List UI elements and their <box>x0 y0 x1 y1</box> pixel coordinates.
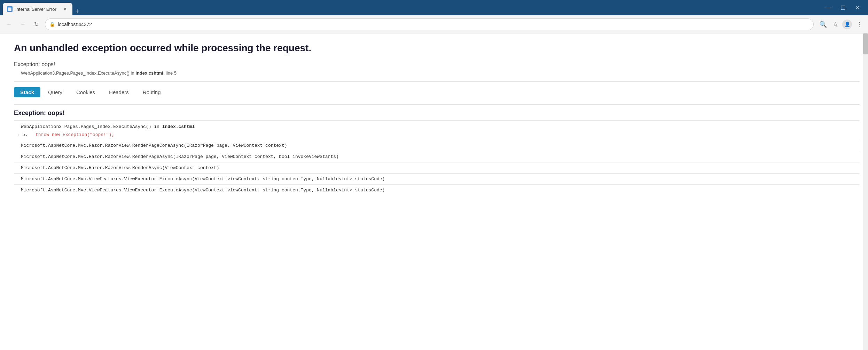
tab-title: Internal Server Error <box>15 7 59 12</box>
expand-button-0[interactable]: + <box>14 131 22 138</box>
stack-method-0: WebApplication3.Pages.Pages_Index.Execut… <box>14 121 860 130</box>
scrollbar-thumb[interactable] <box>863 33 868 54</box>
stack-filename-0: Index.cshtml <box>162 124 195 129</box>
address-input[interactable]: 🔒 localhost:44372 <box>45 18 814 30</box>
line-number-0: 5. <box>22 132 33 137</box>
menu-icon[interactable]: ⋮ <box>855 19 864 30</box>
stack-entry-0: WebApplication3.Pages.Pages_Index.Execut… <box>14 120 860 140</box>
tab-headers[interactable]: Headers <box>103 87 135 97</box>
code-text-0: throw new Exception("oops!"); <box>36 132 114 137</box>
window-controls: — ☐ ✕ <box>822 4 865 12</box>
stack-trace-text: WebApplication3.Pages.Pages_Index.Execut… <box>21 70 135 76</box>
tab-cookies[interactable]: Cookies <box>70 87 101 97</box>
back-button[interactable]: ← <box>4 20 14 29</box>
maximize-button[interactable]: ☐ <box>838 4 848 12</box>
tab-navigation: Stack Query Cookies Headers Routing <box>14 87 860 97</box>
exception-label: Exception: oops! <box>14 61 860 68</box>
address-text: localhost:44372 <box>58 22 809 27</box>
tab-query[interactable]: Query <box>42 87 69 97</box>
stack-entry-1: Microsoft.AspNetCore.Mvc.Razor.RazorView… <box>14 140 860 151</box>
minimize-button[interactable]: — <box>822 4 834 12</box>
main-heading: An unhandled exception occurred while pr… <box>14 42 860 54</box>
stack-entry-4: Microsoft.AspNetCore.Mvc.ViewFeatures.Vi… <box>14 173 860 184</box>
stack-entry-2: Microsoft.AspNetCore.Mvc.Razor.RazorView… <box>14 151 860 162</box>
new-tab-button[interactable]: + <box>72 7 82 15</box>
zoom-icon[interactable]: 🔍 <box>818 19 828 30</box>
forward-button[interactable]: → <box>18 20 28 29</box>
stack-entry-5: Microsoft.AspNetCore.Mvc.ViewFeatures.Vi… <box>14 184 860 196</box>
address-bar: ← → ↻ 🔒 localhost:44372 🔍 ☆ 👤 ⋮ <box>0 15 868 33</box>
bookmark-icon[interactable]: ☆ <box>831 19 839 30</box>
close-button[interactable]: ✕ <box>852 4 862 12</box>
title-bar: 📄 Internal Server Error ✕ + — ☐ ✕ <box>0 0 868 15</box>
tab-routing[interactable]: Routing <box>136 87 167 97</box>
toolbar-icons: 🔍 ☆ 👤 ⋮ <box>818 19 864 30</box>
tab-favicon: 📄 <box>7 6 13 12</box>
scrollbar-track[interactable] <box>863 33 868 350</box>
code-line-0: 5. throw new Exception("oops!"); <box>22 131 114 138</box>
divider-1 <box>14 81 860 82</box>
profile-icon[interactable]: 👤 <box>842 20 852 29</box>
stack-method-text-0: WebApplication3.Pages.Pages_Index.Execut… <box>21 124 162 129</box>
exception-section: Exception: oops! WebApplication3.Pages.P… <box>14 104 860 196</box>
stack-entry-3: Microsoft.AspNetCore.Mvc.Razor.RazorView… <box>14 162 860 173</box>
tab-close-button[interactable]: ✕ <box>62 6 68 12</box>
lock-icon: 🔒 <box>49 22 55 27</box>
tab-stack[interactable]: Stack <box>14 87 40 97</box>
refresh-button[interactable]: ↻ <box>32 20 41 29</box>
stack-trace-filename: Index.cshtml <box>135 70 163 76</box>
page-content: An unhandled exception occurred while pr… <box>0 33 868 350</box>
active-tab[interactable]: 📄 Internal Server Error ✕ <box>3 3 72 15</box>
stack-trace-summary: WebApplication3.Pages.Pages_Index.Execut… <box>21 70 860 76</box>
stack-trace-location: , line 5 <box>163 70 177 76</box>
exception-section-heading: Exception: oops! <box>14 105 860 120</box>
tab-bar: 📄 Internal Server Error ✕ + <box>3 0 821 15</box>
stack-expand-row-0: + 5. throw new Exception("oops!"); <box>14 130 860 140</box>
